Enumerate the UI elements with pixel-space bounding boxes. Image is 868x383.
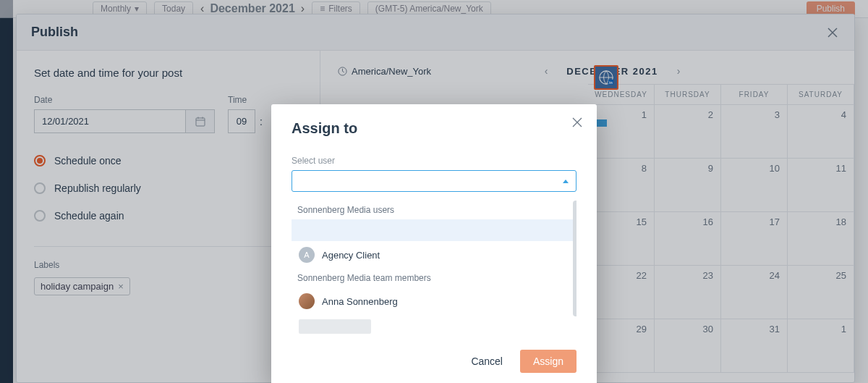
user-item-agency-client[interactable]: A Agency Client [292, 241, 576, 269]
cancel-button[interactable]: Cancel [461, 350, 513, 373]
modal-close-icon[interactable] [572, 117, 582, 130]
select-user-label: Select user [292, 156, 576, 166]
user-item-placeholder [299, 319, 371, 334]
assign-title: Assign to [292, 120, 576, 137]
caret-up-icon [563, 180, 569, 183]
user-group-label: Sonnenberg Media users [292, 201, 576, 219]
user-group-label: Sonnenberg Media team members [292, 269, 576, 287]
user-item-blank[interactable] [292, 219, 576, 241]
user-item-anna[interactable]: Anna Sonnenberg [292, 287, 576, 315]
assign-button[interactable]: Assign [520, 350, 576, 373]
scrollbar-thumb[interactable] [573, 201, 576, 316]
avatar: A [299, 247, 315, 263]
avatar [299, 293, 315, 309]
user-name: Anna Sonnenberg [322, 296, 398, 307]
user-name: Agency Client [322, 250, 380, 261]
user-list: Sonnenberg Media users A Agency Client S… [292, 201, 576, 338]
select-user-dropdown[interactable] [292, 170, 576, 192]
assign-to-modal: Assign to Select user Sonnenberg Media u… [271, 104, 597, 383]
